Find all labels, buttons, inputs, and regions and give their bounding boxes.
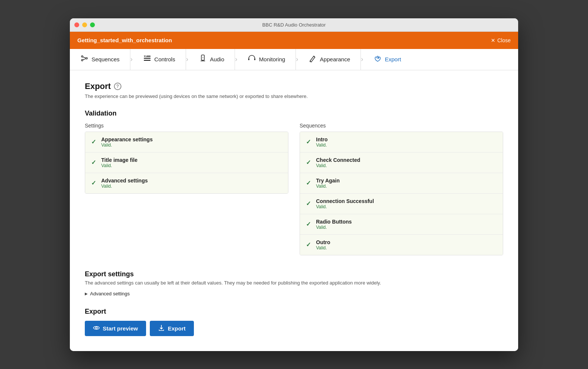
monitoring-icon xyxy=(248,54,256,64)
export-section: Export Start preview xyxy=(85,308,503,336)
validation-grid: Settings ✓ Appearance settings Valid. ✓ … xyxy=(85,123,503,255)
svg-rect-9 xyxy=(248,58,250,60)
validation-item-advanced-settings: ✓ Advanced settings Valid. xyxy=(85,173,288,193)
title-bar: BBC R&D Audio Orchestrator xyxy=(70,18,518,32)
validation-item-appearance-settings: ✓ Appearance settings Valid. xyxy=(85,132,288,153)
check-icon: ✓ xyxy=(306,221,311,228)
settings-validation-list: ✓ Appearance settings Valid. ✓ Title ima… xyxy=(85,132,288,194)
setting-status-advanced: Valid. xyxy=(101,184,148,189)
header-bar: Getting_started_with_orchestration ✕ Clo… xyxy=(70,32,518,49)
validation-item-outro: ✓ Outro Valid. xyxy=(300,235,503,255)
traffic-lights xyxy=(74,22,95,27)
close-x-icon: ✕ xyxy=(491,37,495,43)
svg-point-2 xyxy=(86,58,87,59)
validation-item-radio-buttons: ✓ Radio Buttons Valid. xyxy=(300,214,503,235)
setting-name-title-image: Title image file xyxy=(101,157,137,163)
seq-status-intro: Valid. xyxy=(316,142,328,148)
check-icon: ✓ xyxy=(306,159,311,166)
sequences-column: Sequences ✓ Intro Valid. ✓ Check Connect… xyxy=(300,123,503,255)
export-icon xyxy=(374,54,382,64)
svg-rect-4 xyxy=(144,58,151,59)
seq-status-radio-buttons: Valid. xyxy=(316,225,352,230)
export-settings-section: Export settings The advanced settings ca… xyxy=(85,270,503,296)
close-label: Close xyxy=(497,37,511,43)
export-settings-desc: The advanced settings can usually be lef… xyxy=(85,280,503,286)
setting-status-title-image: Valid. xyxy=(101,163,137,168)
advanced-settings-toggle[interactable]: ▶ Advanced settings xyxy=(85,291,503,296)
validation-item-title-image: ✓ Title image file Valid. xyxy=(85,153,288,173)
seq-status-outro: Valid. xyxy=(316,245,330,250)
export-label: Export xyxy=(168,325,186,332)
main-window: BBC R&D Audio Orchestrator Getting_start… xyxy=(70,18,518,351)
controls-icon xyxy=(143,54,151,64)
tab-controls-label: Controls xyxy=(154,56,175,62)
settings-column-label: Settings xyxy=(85,123,288,129)
close-link[interactable]: ✕ Close xyxy=(491,37,511,43)
nav-tabs: Sequences › Controls › + xyxy=(70,49,518,70)
svg-point-0 xyxy=(81,56,83,57)
page-subtitle: The experience can be previewed (using d… xyxy=(85,93,503,99)
seq-name-connection-successful: Connection Successful xyxy=(316,198,374,204)
sequences-column-label: Sequences xyxy=(300,123,503,129)
svg-point-1 xyxy=(81,59,83,61)
check-icon: ✓ xyxy=(91,138,96,145)
tab-export[interactable]: Export xyxy=(363,49,411,70)
svg-rect-10 xyxy=(254,58,256,60)
svg-rect-3 xyxy=(144,56,151,57)
validation-section-title: Validation xyxy=(85,110,503,117)
seq-status-try-again: Valid. xyxy=(316,184,340,189)
page-title-row: Export ? xyxy=(85,82,503,91)
tab-controls[interactable]: Controls xyxy=(133,49,186,70)
tab-monitoring-label: Monitoring xyxy=(259,56,285,62)
setting-status-appearance: Valid. xyxy=(101,142,153,148)
audio-icon: + xyxy=(199,54,207,64)
help-icon[interactable]: ? xyxy=(114,83,121,90)
export-buttons: Start preview Export xyxy=(85,321,503,336)
svg-text:+: + xyxy=(202,56,204,59)
seq-name-try-again: Try Again xyxy=(316,178,340,184)
seq-status-connection-successful: Valid. xyxy=(316,204,374,209)
export-btn-icon xyxy=(158,325,165,332)
tab-appearance-label: Appearance xyxy=(320,56,350,62)
settings-column: Settings ✓ Appearance settings Valid. ✓ … xyxy=(85,123,288,255)
check-icon: ✓ xyxy=(306,179,311,187)
page-title: Export xyxy=(85,82,111,91)
sequences-icon xyxy=(80,54,89,64)
seq-name-radio-buttons: Radio Buttons xyxy=(316,219,352,225)
minimize-button[interactable] xyxy=(82,22,87,27)
tab-audio-label: Audio xyxy=(210,56,224,62)
validation-item-connection-successful: ✓ Connection Successful Valid. xyxy=(300,194,503,214)
setting-name-appearance: Appearance settings xyxy=(101,136,153,142)
sequences-validation-list: ✓ Intro Valid. ✓ Check Connected Valid. xyxy=(300,132,503,255)
check-icon: ✓ xyxy=(306,200,311,207)
tab-audio[interactable]: + Audio xyxy=(188,49,235,70)
start-preview-button[interactable]: Start preview xyxy=(85,321,146,336)
tab-sequences[interactable]: Sequences xyxy=(70,49,130,70)
export-button[interactable]: Export xyxy=(150,321,194,336)
window-title: BBC R&D Audio Orchestrator xyxy=(262,22,326,28)
triangle-icon: ▶ xyxy=(85,292,88,296)
eye-icon xyxy=(93,325,100,332)
advanced-settings-label: Advanced settings xyxy=(90,291,130,296)
export-section-title: Export xyxy=(85,308,503,316)
appearance-icon xyxy=(309,54,317,64)
check-icon: ✓ xyxy=(306,138,311,145)
seq-name-intro: Intro xyxy=(316,136,328,142)
tab-export-label: Export xyxy=(385,56,401,62)
tab-appearance[interactable]: Appearance xyxy=(298,49,361,70)
check-icon: ✓ xyxy=(91,159,96,166)
maximize-button[interactable] xyxy=(90,22,95,27)
validation-item-try-again: ✓ Try Again Valid. xyxy=(300,173,503,194)
export-settings-title: Export settings xyxy=(85,270,503,278)
start-preview-label: Start preview xyxy=(103,325,138,332)
seq-status-check-connected: Valid. xyxy=(316,163,360,168)
tab-sequences-label: Sequences xyxy=(92,56,120,62)
close-button[interactable] xyxy=(74,22,79,27)
validation-item-intro: ✓ Intro Valid. xyxy=(300,132,503,153)
main-content: Export ? The experience can be previewed… xyxy=(70,70,518,351)
check-icon: ✓ xyxy=(91,179,96,187)
tab-monitoring[interactable]: Monitoring xyxy=(237,49,296,70)
setting-name-advanced: Advanced settings xyxy=(101,178,148,184)
validation-item-check-connected: ✓ Check Connected Valid. xyxy=(300,153,503,173)
svg-point-12 xyxy=(96,327,98,329)
